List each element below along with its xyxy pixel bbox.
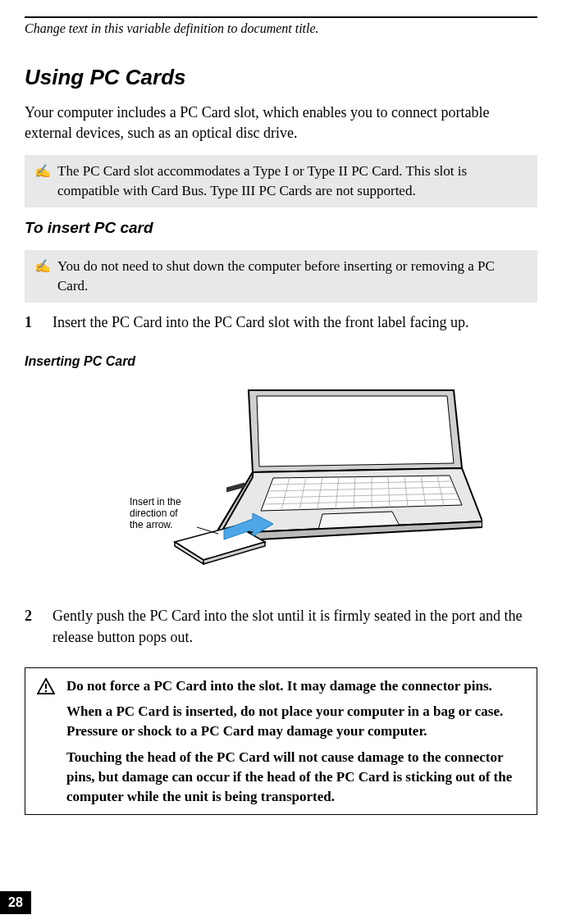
page-number: 28 — [0, 891, 31, 914]
figure-annotation-text: Insert in the direction of the arrow. — [130, 496, 184, 530]
step-number: 1 — [25, 312, 36, 333]
step-number: 2 — [25, 606, 36, 647]
caution-text: Do not force a PC Card into the slot. It… — [66, 676, 525, 807]
intro-paragraph: Your computer includes a PC Card slot, w… — [25, 102, 537, 143]
laptop-figure: Insert in the direction of the arrow. — [25, 386, 537, 580]
section-heading: Using PC Cards — [25, 62, 537, 92]
warning-triangle-icon — [37, 678, 55, 700]
note-box-1: ✍ The PC Card slot accommodates a Type I… — [25, 155, 537, 207]
pencil-note-icon: ✍ — [34, 162, 51, 180]
step-2: 2 Gently push the PC Card into the slot … — [25, 606, 537, 647]
step-text: Insert the PC Card into the PC Card slot… — [53, 312, 468, 333]
caution-p2: When a PC Card is inserted, do not place… — [66, 702, 525, 741]
note-text-2: You do not need to shut down the compute… — [57, 257, 528, 296]
caution-p1: Do not force a PC Card into the slot. It… — [66, 676, 525, 696]
figure-caption: Inserting PC Card — [25, 353, 537, 371]
caution-box: Do not force a PC Card into the slot. It… — [25, 667, 537, 816]
step-1: 1 Insert the PC Card into the PC Card sl… — [25, 312, 537, 333]
caution-p3: Touching the head of the PC Card will no… — [66, 748, 525, 806]
pencil-note-icon: ✍ — [34, 257, 51, 275]
svg-point-17 — [45, 690, 47, 691]
subsection-heading: To insert PC card — [25, 217, 537, 239]
step-text: Gently push the PC Card into the slot un… — [53, 606, 537, 647]
note-text-1: The PC Card slot accommodates a Type I o… — [57, 162, 528, 201]
header-variable-title: Change text in this variable definition … — [25, 20, 537, 38]
note-box-2: ✍ You do not need to shut down the compu… — [25, 250, 537, 303]
